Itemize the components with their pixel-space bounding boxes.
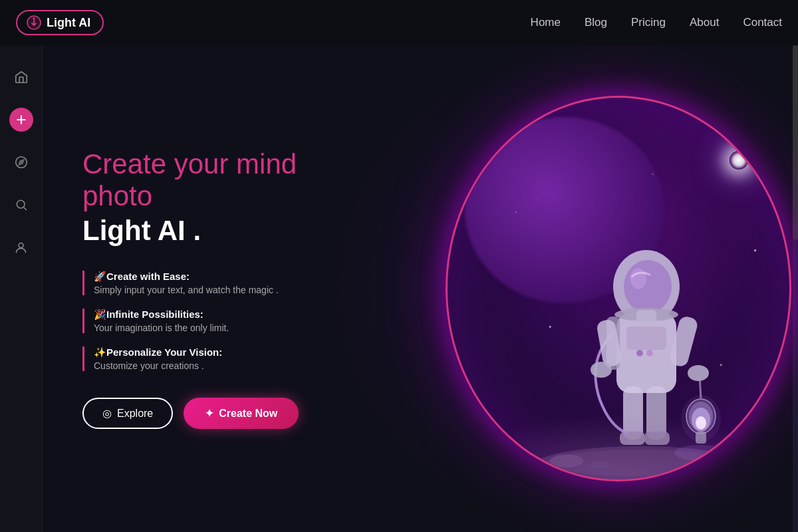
explore-button[interactable]: ◎ Explore <box>82 398 173 429</box>
hero-visual <box>412 72 798 505</box>
feature-2-title: 🎉Infinite Possibilities: <box>94 309 362 321</box>
feature-2-emoji: 🎉 <box>94 309 106 320</box>
nav-home[interactable]: Home <box>531 16 561 29</box>
sidebar-home-icon[interactable] <box>9 65 33 89</box>
sidebar <box>0 45 43 532</box>
top-navigation: Light AI Home Blog Pricing About Contact <box>0 0 798 45</box>
nav-pricing[interactable]: Pricing <box>631 16 666 29</box>
explore-icon: ◎ <box>102 407 112 420</box>
feature-2: 🎉Infinite Possibilities: Your imaginatio… <box>82 309 362 333</box>
svg-point-18 <box>636 350 643 356</box>
create-now-button[interactable]: ✦ Create Now <box>184 398 299 429</box>
sidebar-add-icon[interactable] <box>9 108 33 132</box>
hero-buttons: ◎ Explore ✦ Create Now <box>82 398 362 429</box>
feature-3-title: ✨Personalize Your Vision: <box>94 346 362 358</box>
svg-point-5 <box>19 243 23 247</box>
feature-1-title: 🚀Create with Ease: <box>94 271 362 283</box>
svg-point-4 <box>17 200 25 208</box>
hero-text: Create your mind photo Light AI . 🚀Creat… <box>43 148 402 429</box>
logo-pill[interactable]: Light AI <box>16 10 104 35</box>
svg-rect-29 <box>636 310 656 323</box>
logo-icon <box>27 15 41 30</box>
hero-title-line2: Light AI . <box>82 215 362 247</box>
svg-line-37 <box>700 376 701 398</box>
feature-3-desc: Customize your creations . <box>94 360 362 371</box>
feature-1-desc: Simply input your text, and watch the ma… <box>94 285 362 295</box>
nav-about[interactable]: About <box>690 16 719 29</box>
nav-contact[interactable]: Contact <box>743 16 782 29</box>
feature-3-emoji: ✨ <box>94 346 106 358</box>
sidebar-search-icon[interactable] <box>9 193 33 217</box>
svg-point-1 <box>33 17 35 19</box>
nav-links: Home Blog Pricing About Contact <box>531 16 782 29</box>
svg-point-19 <box>646 350 653 356</box>
features-list: 🚀Create with Ease: Simply input your tex… <box>82 271 362 371</box>
svg-rect-17 <box>626 327 666 350</box>
hero-title-line1: Create your mind photo <box>82 148 362 212</box>
feature-1-emoji: 🚀 <box>94 271 106 282</box>
svg-point-27 <box>630 268 646 289</box>
svg-point-23 <box>591 362 612 378</box>
svg-point-26 <box>624 260 672 313</box>
feature-3: ✨Personalize Your Vision: Customize your… <box>82 346 362 371</box>
moon-surface <box>448 413 789 479</box>
svg-point-24 <box>688 365 709 381</box>
nav-blog[interactable]: Blog <box>585 16 607 29</box>
logo-text: Light AI <box>47 16 90 30</box>
hero-section: Create your mind photo Light AI . 🚀Creat… <box>43 45 798 532</box>
feature-1: 🚀Create with Ease: Simply input your tex… <box>82 271 362 295</box>
feature-2-desc: Your imagination is the only limit. <box>94 323 362 333</box>
main-content: Create your mind photo Light AI . 🚀Creat… <box>43 45 798 532</box>
create-icon: ✦ <box>205 407 213 420</box>
glow-oval <box>446 96 791 481</box>
svg-marker-3 <box>19 160 24 165</box>
sidebar-profile-icon[interactable] <box>9 235 33 259</box>
sidebar-compass-icon[interactable] <box>9 150 33 174</box>
